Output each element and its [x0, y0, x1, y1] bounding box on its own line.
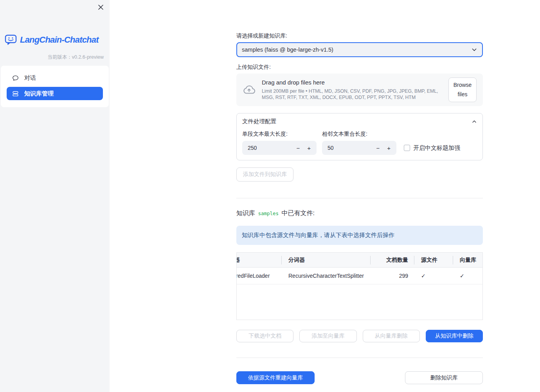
version-value: v0.2.6-preview	[72, 54, 104, 60]
row-actions: 下载选中文档 添加至向量库 从向量库删除 从知识库中删除	[236, 330, 483, 342]
file-dropzone[interactable]: Drag and drop files here Limit 200MB per…	[236, 74, 483, 106]
checkbox-label: 开启中文标题加强	[413, 144, 460, 152]
column-header-doc-count: 文档数量	[370, 253, 414, 267]
cell-doc-count: 299	[370, 268, 414, 284]
upload-cloud-icon	[243, 83, 256, 96]
chevron-up-icon	[472, 119, 477, 124]
version-text: 当前版本：v0.2.6-preview	[0, 54, 110, 61]
chunk-size-decrement-button[interactable]: −	[296, 145, 300, 151]
column-header-source-file: 源文件	[414, 253, 453, 267]
chevron-down-icon	[471, 47, 477, 53]
download-selected-button[interactable]: 下载选中文档	[236, 330, 293, 342]
overlap-label: 相邻文本重合长度:	[322, 131, 396, 138]
table-header-row: 文档加载器 分词器 文档数量 源文件 向量库	[237, 253, 482, 268]
main-content: 请选择或新建知识库: samples (faiss @ bge-large-zh…	[236, 0, 483, 384]
overlap-decrement-button[interactable]: −	[376, 145, 380, 151]
chunk-size-increment-button[interactable]: +	[307, 145, 311, 151]
expander-header[interactable]: 文件处理配置	[242, 118, 477, 125]
chunk-size-group: 单段文本最大长度: 250 − +	[242, 131, 317, 155]
app-title: LangChain-Chatchat	[20, 35, 99, 45]
files-table[interactable]: 文档加载器 分词器 文档数量 源文件 向量库 UnstructuredFileL…	[236, 252, 483, 320]
overlap-input[interactable]: 50 − +	[322, 141, 396, 155]
divider	[236, 358, 483, 358]
close-icon	[98, 4, 104, 10]
dropzone-title: Drag and drop files here	[262, 79, 445, 86]
close-sidebar-icon[interactable]	[97, 3, 104, 11]
dropzone-limits: Limit 200MB per file • HTML, MD, JSON, C…	[262, 88, 445, 101]
info-banner: 知识库中包含源文件与向量库，请从下表中选择文件后操作	[236, 226, 483, 245]
chat-smiley-logo-icon	[4, 34, 18, 46]
expander-body: 单段文本最大长度: 250 − + 相邻文本重合长度: 50 − + 开启中文标…	[242, 131, 477, 155]
sidebar-item-label: 对话	[24, 74, 36, 82]
dropzone-text: Drag and drop files here Limit 200MB per…	[262, 79, 448, 101]
browse-files-button[interactable]: Browse files	[448, 77, 477, 102]
divider	[236, 198, 483, 198]
upload-label: 上传知识文件:	[236, 64, 483, 71]
expander-title: 文件处理配置	[242, 118, 276, 125]
column-header-splitter: 分词器	[281, 253, 370, 267]
chat-bubble-icon	[12, 74, 19, 82]
app-logo: LangChain-Chatchat	[0, 0, 110, 46]
delete-from-vector-store-button[interactable]: 从向量库删除	[363, 330, 420, 342]
checkbox-box	[404, 145, 410, 151]
kb-list-icon	[12, 90, 19, 97]
kb-select[interactable]: samples (faiss @ bge-large-zh-v1.5)	[236, 42, 483, 57]
chunk-size-label: 单段文本最大长度:	[242, 131, 317, 138]
overlap-group: 相邻文本重合长度: 50 − +	[322, 131, 396, 155]
cell-vector-store: ✓	[453, 268, 482, 284]
heading-prefix: 知识库	[236, 210, 255, 216]
add-files-to-kb-button[interactable]: 添加文件到知识库	[236, 167, 293, 182]
sidebar-item-knowledge-base[interactable]: 知识库管理	[7, 87, 103, 100]
column-header-loader: 文档加载器	[237, 253, 281, 267]
bottom-actions: 依据源文件重建向量库 删除知识库	[236, 371, 483, 384]
overlap-value: 50	[328, 145, 334, 151]
column-header-vector-store: 向量库	[453, 253, 482, 267]
info-banner-text: 知识库中包含源文件与向量库，请从下表中选择文件后操作	[242, 232, 394, 239]
rebuild-vector-store-button[interactable]: 依据源文件重建向量库	[236, 371, 315, 384]
table-row: UnstructuredFileLoader RecursiveCharacte…	[237, 268, 482, 284]
sidebar: LangChain-Chatchat 当前版本：v0.2.6-preview 对…	[0, 0, 110, 392]
delete-from-kb-button[interactable]: 从知识库中删除	[426, 330, 483, 342]
sidebar-item-label: 知识库管理	[24, 90, 54, 97]
zh-title-enhance-checkbox[interactable]: 开启中文标题加强	[404, 141, 460, 155]
sidebar-nav: 对话 知识库管理	[1, 66, 109, 107]
kb-select-value: samples (faiss @ bge-large-zh-v1.5)	[242, 47, 333, 53]
cell-loader: UnstructuredFileLoader	[237, 268, 281, 284]
overlap-increment-button[interactable]: +	[387, 145, 391, 151]
delete-kb-button[interactable]: 删除知识库	[405, 371, 483, 384]
file-config-expander: 文件处理配置 单段文本最大长度: 250 − + 相邻文本重合长度: 50 − …	[236, 113, 483, 160]
chunk-size-value: 250	[248, 145, 257, 151]
version-label: 当前版本：	[47, 54, 72, 60]
heading-suffix: 中已有文件:	[282, 210, 315, 216]
kb-name-code: samples	[257, 210, 280, 216]
kb-files-heading: 知识库 samples 中已有文件:	[236, 209, 483, 218]
cell-source-file: ✓	[414, 268, 453, 284]
sidebar-item-chat[interactable]: 对话	[7, 71, 103, 85]
chunk-size-input[interactable]: 250 − +	[242, 141, 317, 155]
kb-select-label: 请选择或新建知识库:	[236, 32, 483, 40]
add-to-vector-store-button[interactable]: 添加至向量库	[299, 330, 356, 342]
cell-splitter: RecursiveCharacterTextSplitter	[281, 268, 370, 284]
